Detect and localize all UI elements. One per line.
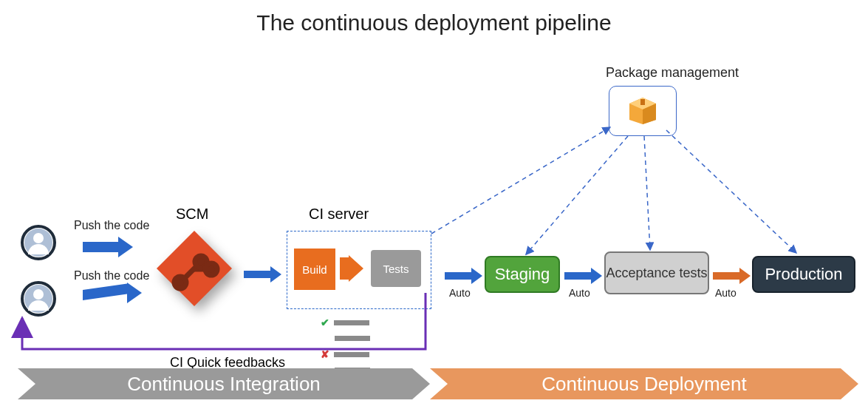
svg-rect-3 xyxy=(640,99,645,105)
connector-lines xyxy=(0,0,868,409)
scm-label: SCM xyxy=(176,206,208,223)
auto-label: Auto xyxy=(449,287,471,299)
svg-line-18 xyxy=(644,136,650,250)
arrow-right-icon xyxy=(244,266,281,283)
arrow-right-icon xyxy=(564,268,602,284)
auto-label: Auto xyxy=(569,287,590,299)
acceptance-tests-box: Acceptance tests xyxy=(604,251,709,294)
continuous-deployment-banner: Continuous Deployment xyxy=(430,368,858,399)
svg-line-19 xyxy=(666,130,796,253)
production-box: Production xyxy=(752,256,855,293)
staging-box: Staging xyxy=(485,256,560,293)
arrow-right-icon xyxy=(83,287,142,303)
push-code-label: Push the code xyxy=(74,269,149,283)
user-avatar-icon xyxy=(21,225,56,260)
arrow-right-icon xyxy=(445,268,482,284)
arrow-right-icon xyxy=(340,257,363,282)
arrow-right-icon xyxy=(83,237,133,257)
auto-label: Auto xyxy=(715,287,737,299)
user-avatar-icon xyxy=(21,281,56,317)
svg-point-15 xyxy=(205,263,217,275)
push-code-label: Push the code xyxy=(74,219,149,232)
continuous-integration-banner: Continuous Integration xyxy=(18,368,430,399)
git-icon xyxy=(154,228,235,309)
svg-point-9 xyxy=(33,289,44,300)
box-icon xyxy=(626,95,659,127)
svg-line-17 xyxy=(526,136,628,254)
banner-label: Continuous Integration xyxy=(127,373,321,396)
svg-point-6 xyxy=(33,233,44,243)
package-management-box xyxy=(609,86,677,136)
banner-label: Continuous Deployment xyxy=(541,373,747,396)
svg-point-13 xyxy=(174,277,186,288)
svg-line-16 xyxy=(431,127,610,234)
package-management-label: Package management xyxy=(606,65,739,81)
ci-server-label: CI server xyxy=(309,206,369,223)
diagram-title: The continuous deployment pipeline xyxy=(0,10,868,36)
tests-box: Tests xyxy=(371,250,421,287)
arrow-right-icon xyxy=(713,268,751,284)
build-box: Build xyxy=(294,249,335,290)
